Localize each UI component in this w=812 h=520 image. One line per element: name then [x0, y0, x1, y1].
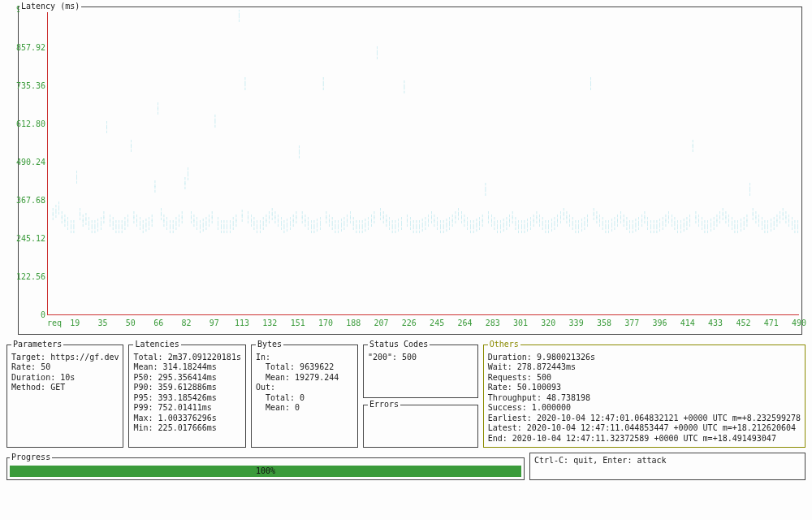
data-point: ¦ [676, 221, 680, 226]
data-point: ¦ [628, 221, 632, 226]
data-point: ¦ [192, 221, 197, 226]
data-point: ¦ [538, 215, 542, 220]
data-point: ¦ [324, 212, 328, 217]
data-point: ¦ [75, 171, 79, 176]
data-point: ¦ [619, 212, 623, 217]
data-point: ¦ [685, 224, 689, 229]
data-point: ¦ [754, 212, 758, 217]
data-point: ¦ [78, 209, 82, 214]
data-point: ¦ [688, 215, 692, 220]
data-point: ¦ [778, 218, 782, 223]
data-point: ¦ [456, 214, 460, 219]
x-tick: 301 [513, 318, 528, 329]
data-point: ¦ [414, 221, 418, 226]
data-point: ¦ [364, 219, 368, 224]
data-point: ¦ [546, 228, 551, 232]
data-point: ¦ [198, 221, 202, 226]
data-point: ¦ [373, 218, 377, 223]
data-point: ¦ [624, 218, 628, 223]
x-tick: 170 [318, 318, 333, 329]
data-point: ¦ [787, 221, 791, 226]
param-rate: Rate: 50 [11, 362, 119, 373]
data-point: ¦ [733, 221, 737, 226]
data-point: ¦ [637, 224, 641, 229]
data-point: ¦ [364, 226, 368, 231]
data-point: ¦ [105, 128, 109, 132]
data-point: ¦ [525, 226, 529, 231]
data-point: ¦ [313, 221, 317, 226]
data-point: ¦ [96, 226, 100, 231]
data-point: ¦ [718, 218, 722, 223]
data-point: ¦ [180, 218, 184, 223]
others-wait: Wait: 278.872443ms [488, 362, 801, 373]
data-point: ¦ [366, 224, 370, 229]
data-point: ¦ [460, 218, 464, 223]
data-point: ¦ [585, 221, 590, 226]
data-point: ¦ [361, 228, 365, 232]
data-point: ¦ [123, 218, 127, 223]
data-point: ¦ [559, 218, 563, 223]
data-point: ¦ [424, 218, 428, 223]
data-point: ¦ [594, 218, 598, 223]
data-point: ¦ [664, 215, 668, 220]
data-point: ¦ [334, 228, 338, 232]
data-point: ¦ [499, 228, 503, 232]
data-point: ¦ [754, 218, 758, 223]
data-point: ¦ [384, 221, 388, 226]
data-point: ¦ [490, 215, 494, 220]
data-point: ¦ [775, 215, 779, 220]
data-point: ¦ [249, 215, 253, 220]
data-point: ¦ [520, 228, 524, 232]
data-point: ¦ [520, 221, 524, 226]
data-point: ¦ [670, 215, 674, 220]
data-point: ¦ [168, 221, 172, 226]
data-point: ¦ [111, 218, 115, 223]
data-point: ¦ [69, 228, 73, 232]
data-point: ¦ [544, 221, 548, 226]
data-point: ¦ [261, 224, 266, 229]
data-point: ¦ [442, 228, 446, 232]
x-tick: 358 [597, 318, 611, 329]
data-point: ¦ [313, 228, 317, 232]
data-point: ¦ [529, 224, 533, 229]
data-point: ¦ [54, 206, 58, 210]
data-point: ¦ [244, 84, 248, 89]
data-point: ¦ [715, 215, 719, 220]
data-point: ¦ [348, 212, 352, 217]
data-point: ¦ [228, 221, 232, 226]
latency-chart: Latency (ms) 980.48857.92735.36612.80490… [6, 5, 806, 335]
x-tick: 414 [680, 318, 695, 329]
data-point: ¦ [624, 224, 628, 229]
data-point: ¦ [435, 218, 439, 223]
data-point: ¦ [444, 226, 448, 231]
data-point: ¦ [162, 215, 166, 220]
data-point: ¦ [162, 221, 166, 226]
data-point: ¦ [318, 224, 322, 229]
data-point: ¦ [261, 218, 266, 223]
data-point: ¦ [430, 212, 434, 217]
data-point: ¦ [700, 218, 704, 223]
data-point: ¦ [378, 214, 382, 219]
x-tick: 188 [346, 318, 361, 329]
data-point: ¦ [177, 215, 181, 220]
x-tick: 320 [541, 318, 555, 329]
data-point: ¦ [207, 215, 211, 220]
data-point: ¦ [474, 226, 478, 231]
data-point: ¦ [240, 210, 244, 215]
lat-max: Max: 1.003376296s [133, 414, 240, 424]
data-point: ¦ [244, 78, 248, 83]
data-point: ¦ [727, 221, 731, 226]
data-point: ¦ [712, 224, 716, 229]
data-point: ¦ [132, 212, 136, 217]
data-point: ¦ [790, 224, 794, 229]
data-point: ¦ [682, 226, 686, 231]
data-point: ¦ [300, 212, 304, 217]
data-point: ¦ [568, 215, 572, 220]
data-point: ¦ [72, 228, 76, 232]
data-point: ¦ [276, 221, 280, 226]
data-point: ¦ [661, 218, 665, 223]
data-point: ¦ [60, 212, 64, 217]
help-text[interactable]: Ctrl-C: quit, Enter: attack [534, 456, 801, 466]
data-point: ¦ [357, 228, 361, 232]
data-point: ¦ [283, 228, 287, 232]
